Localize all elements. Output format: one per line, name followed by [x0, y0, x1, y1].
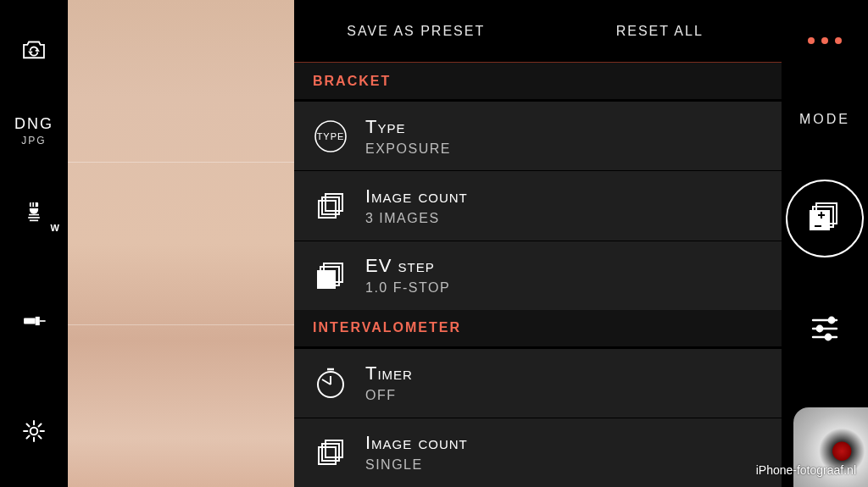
format-line1: DNG	[14, 115, 53, 133]
bracket-mode-button[interactable]	[786, 180, 864, 257]
svg-rect-2	[34, 202, 36, 207]
svg-rect-27	[815, 225, 821, 227]
row-value: SINGLE	[365, 457, 468, 473]
row-bracket-image-count[interactable]: Image count 3 IMAGES	[294, 170, 782, 240]
mode-button[interactable]: MODE	[799, 112, 850, 127]
row-value: 3 IMAGES	[365, 211, 468, 226]
stack-icon	[311, 433, 350, 472]
white-balance-icon[interactable]: W	[17, 196, 51, 230]
row-title: EV step	[365, 255, 450, 277]
sliders-icon[interactable]	[808, 312, 842, 346]
format-line2: JPG	[14, 135, 53, 147]
flashlight-icon[interactable]	[17, 304, 51, 338]
panel-header: SAVE AS PRESET RESET ALL	[294, 0, 782, 63]
settings-panel: SAVE AS PRESET RESET ALL BRACKET TYPE Ty…	[294, 0, 782, 487]
row-title: Type	[365, 116, 451, 138]
camera-viewfinder[interactable]	[68, 0, 294, 487]
section-header-intervalometer: INTERVALOMETER	[294, 310, 782, 348]
section-header-bracket: BRACKET	[294, 63, 782, 101]
timer-icon	[311, 363, 350, 402]
svg-rect-3	[29, 214, 39, 216]
row-bracket-ev-step[interactable]: EV step 1.0 F-STOP	[294, 241, 782, 310]
wb-sub-label: W	[51, 223, 59, 233]
svg-point-29	[829, 318, 834, 323]
save-as-preset-button[interactable]: SAVE AS PRESET	[294, 0, 538, 62]
camera-switch-icon[interactable]	[17, 32, 51, 66]
svg-point-9	[31, 428, 38, 435]
row-bracket-type[interactable]: TYPE Type EXPOSURE	[294, 101, 782, 170]
svg-rect-26	[821, 212, 822, 219]
last-photo-thumbnail[interactable]	[793, 407, 868, 487]
svg-point-31	[817, 326, 822, 331]
row-title: Timer	[365, 362, 413, 385]
stack-icon	[311, 186, 350, 225]
row-value: 1.0 F-STOP	[365, 280, 450, 296]
file-format-toggle[interactable]: DNG JPG	[14, 115, 53, 147]
row-title: Image count	[365, 432, 468, 454]
row-interval-timer[interactable]: Timer OFF	[294, 348, 782, 418]
svg-rect-6	[24, 318, 36, 324]
reset-all-button[interactable]: RESET ALL	[538, 0, 782, 62]
row-interval-image-count[interactable]: Image count SINGLE	[294, 418, 782, 487]
svg-rect-7	[36, 317, 40, 325]
svg-rect-5	[30, 220, 38, 222]
right-toolbar: MODE	[782, 0, 868, 487]
settings-gear-icon[interactable]	[17, 414, 51, 448]
svg-rect-24	[810, 210, 830, 230]
left-toolbar: DNG JPG W	[0, 0, 68, 487]
row-title: Image count	[365, 185, 468, 208]
more-menu-icon[interactable]	[808, 37, 842, 44]
svg-rect-4	[28, 217, 40, 219]
row-value: OFF	[365, 388, 413, 403]
row-value: EXPOSURE	[365, 141, 451, 157]
type-icon: TYPE	[311, 117, 350, 156]
svg-rect-1	[31, 202, 33, 207]
svg-text:TYPE: TYPE	[317, 131, 345, 141]
svg-point-33	[826, 335, 831, 340]
ev-stack-icon	[311, 256, 350, 295]
svg-rect-8	[40, 320, 46, 322]
svg-rect-17	[317, 270, 336, 289]
